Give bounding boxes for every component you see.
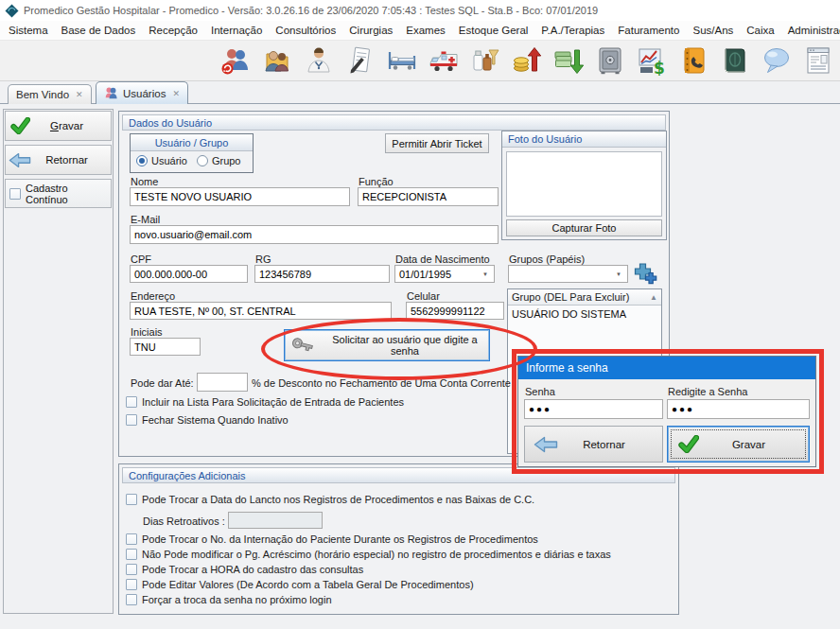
celular-value: 5562999991122 bbox=[411, 306, 485, 317]
nascimento-label: Data de Nascimento bbox=[395, 253, 490, 265]
solicitar-senha-button[interactable]: Solicitar ao usuário que digite a senha bbox=[284, 329, 490, 361]
rg-input[interactable]: 123456789 bbox=[254, 265, 390, 283]
ambulance-icon[interactable] bbox=[428, 45, 459, 77]
usuario-grupo-title: Usuário / Grupo bbox=[155, 137, 229, 149]
menu-administracao[interactable]: Administração bbox=[781, 23, 840, 38]
dados-usuario-title: Dados do Usuário bbox=[129, 117, 212, 129]
tab-strip: Bem Vindo ✕ Usuários ✕ bbox=[0, 81, 840, 104]
radio-grupo[interactable]: Grupo bbox=[197, 155, 241, 166]
redigite-senha-value: ●●● bbox=[672, 404, 694, 414]
email-input[interactable]: novo.usuario@email.com bbox=[130, 225, 499, 244]
cadastro-continuo-checkbox[interactable] bbox=[9, 188, 21, 200]
gravar-button[interactable]: Gravar bbox=[5, 111, 112, 141]
menu-exames[interactable]: Exames bbox=[399, 23, 452, 38]
iniciais-input[interactable]: TNU bbox=[130, 338, 201, 356]
incluir-lista-checkbox[interactable] bbox=[126, 396, 137, 408]
permitir-abrir-ticket-button[interactable]: Permitir Abrir Ticket bbox=[385, 133, 489, 153]
redigite-senha-input[interactable]: ●●● bbox=[667, 399, 810, 419]
config-checkbox-row[interactable]: Não Pode modificar o Pg. Acréscimo (horá… bbox=[126, 549, 611, 560]
key-icon bbox=[290, 336, 315, 355]
forcar-troca-senha-checkbox[interactable] bbox=[126, 594, 137, 605]
informe-senha-title: Informe a senha bbox=[526, 361, 608, 375]
incluir-lista-checkbox-row[interactable]: Incluir na Lista Para Solicitação de Ent… bbox=[126, 396, 404, 408]
chat-icon[interactable] bbox=[761, 45, 792, 77]
tab-bem-vindo[interactable]: Bem Vindo ✕ bbox=[8, 84, 92, 104]
editar-valores-checkbox[interactable] bbox=[126, 579, 137, 590]
dialog-gravar-button[interactable]: Gravar bbox=[667, 426, 810, 463]
retornar-button[interactable]: Retornar bbox=[5, 145, 112, 175]
dias-retroativos-input[interactable] bbox=[228, 512, 323, 529]
radio-usuario[interactable]: Usuário bbox=[136, 155, 187, 166]
config-checkbox-row[interactable]: Pode Editar Valores (De Acordo com a Tab… bbox=[126, 579, 474, 590]
hospital-bed-icon[interactable] bbox=[386, 45, 417, 77]
radio-usuario-control[interactable] bbox=[136, 155, 148, 166]
chevron-down-icon[interactable]: ▼ bbox=[482, 271, 490, 277]
nascimento-combo[interactable]: 01/01/1995 ▼ bbox=[394, 265, 495, 283]
config-checkbox-row[interactable]: Forçar a troca da senha no próximo login bbox=[126, 594, 332, 605]
grupos-papeis-combo[interactable]: ▼ bbox=[508, 265, 628, 283]
tab-close-icon[interactable]: ✕ bbox=[172, 89, 180, 98]
menu-sistema[interactable]: Sistema bbox=[2, 23, 55, 38]
prescription-icon[interactable] bbox=[344, 45, 376, 77]
book-icon[interactable] bbox=[719, 45, 750, 77]
payment-down-icon[interactable] bbox=[552, 45, 584, 77]
tab-usuarios[interactable]: Usuários ✕ bbox=[96, 81, 188, 104]
menu-pa-terapias[interactable]: P.A./Terapias bbox=[534, 23, 611, 38]
config-checkbox-row[interactable]: Pode Trocar o No. da Internação do Pacie… bbox=[126, 533, 538, 545]
add-group-button[interactable] bbox=[632, 262, 658, 286]
fechar-sistema-checkbox-row[interactable]: Fechar Sistema Quando Inativo bbox=[126, 414, 289, 426]
trocar-no-internacao-checkbox[interactable] bbox=[126, 533, 137, 545]
menu-faturamento[interactable]: Faturamento bbox=[611, 23, 686, 38]
app-logo-icon bbox=[5, 4, 19, 18]
cpf-input[interactable]: 000.000.000-00 bbox=[130, 265, 248, 283]
nao-modificar-pg-checkbox[interactable] bbox=[126, 549, 137, 560]
menu-cirurgias[interactable]: Cirurgias bbox=[342, 23, 399, 38]
menu-caixa[interactable]: Caixa bbox=[740, 23, 780, 38]
menu-recepcao[interactable]: Recepção bbox=[142, 23, 204, 38]
menu-consultorios[interactable]: Consultórios bbox=[269, 23, 342, 38]
users-sync-icon[interactable] bbox=[219, 45, 251, 77]
window-title: Promedico Gestão Hospitalar - Promedico … bbox=[24, 5, 598, 16]
pharmacy-stock-icon[interactable] bbox=[469, 45, 500, 77]
cadastro-continuo-toggle[interactable]: Cadastro Contínuo bbox=[5, 179, 112, 208]
fechar-sistema-label: Fechar Sistema Quando Inativo bbox=[142, 414, 289, 426]
phone-book-icon[interactable] bbox=[677, 45, 709, 77]
dialog-gravar-label: Gravar bbox=[709, 439, 809, 450]
grupo-list-item-label: USUÁRIO DO SISTEMA bbox=[512, 308, 626, 320]
sort-asc-icon: ▲ bbox=[650, 293, 657, 302]
senha-input[interactable]: ●●● bbox=[524, 399, 663, 419]
form-icon[interactable] bbox=[802, 45, 833, 77]
nome-input[interactable]: TESTE NOVO USUARIO bbox=[130, 187, 350, 206]
dialog-retornar-button[interactable]: Retornar bbox=[524, 426, 663, 463]
capturar-foto-button[interactable]: Capturar Foto bbox=[506, 219, 662, 236]
config-checkbox-row[interactable]: Pode Trocar a Data do Lancto nos Registr… bbox=[126, 494, 534, 505]
safe-icon[interactable] bbox=[594, 45, 625, 77]
celular-input[interactable]: 5562999991122 bbox=[406, 302, 504, 320]
config-checkbox-row[interactable]: Pode Trocar a HORA do cadastro das consu… bbox=[126, 564, 363, 575]
nao-modificar-pg-label: Não Pode modificar o Pg. Acréscimo (horá… bbox=[142, 549, 611, 560]
menu-internacao[interactable]: Internação bbox=[204, 23, 269, 38]
informe-senha-dialog: Informe a senha Senha ●●● Redigite a Sen… bbox=[517, 356, 816, 467]
chevron-down-icon[interactable]: ▼ bbox=[616, 271, 623, 277]
doctor-icon[interactable] bbox=[303, 45, 334, 77]
back-arrow-icon bbox=[6, 152, 34, 168]
fechar-sistema-checkbox[interactable] bbox=[126, 414, 137, 426]
patients-folder-icon[interactable] bbox=[261, 45, 292, 77]
menu-base-de-dados[interactable]: Base de Dados bbox=[55, 23, 143, 38]
trocar-data-lancto-checkbox[interactable] bbox=[126, 494, 137, 505]
menu-sus-ans[interactable]: Sus/Ans bbox=[686, 23, 740, 38]
radio-grupo-label: Grupo bbox=[212, 155, 241, 166]
config-adicionais-header: Configurações Adicionais bbox=[122, 467, 675, 483]
grupo-list-header[interactable]: Grupo (DEL Para Excluir) ▲ bbox=[508, 289, 661, 306]
finance-chart-icon[interactable]: $ bbox=[636, 45, 667, 77]
senha-value: ●●● bbox=[529, 404, 551, 414]
grupo-list-item[interactable]: USUÁRIO DO SISTEMA bbox=[508, 306, 661, 323]
endereco-input[interactable]: RUA TESTE, Nº 00, ST. CENTRAL bbox=[130, 302, 392, 320]
radio-grupo-control[interactable] bbox=[197, 155, 208, 166]
desconto-input[interactable] bbox=[197, 373, 248, 392]
menu-estoque-geral[interactable]: Estoque Geral bbox=[452, 23, 535, 38]
trocar-hora-checkbox[interactable] bbox=[126, 564, 137, 575]
revenue-up-icon[interactable] bbox=[511, 45, 542, 77]
tab-close-icon[interactable]: ✕ bbox=[76, 90, 83, 99]
funcao-input[interactable]: RECEPCIONISTA bbox=[358, 187, 499, 206]
